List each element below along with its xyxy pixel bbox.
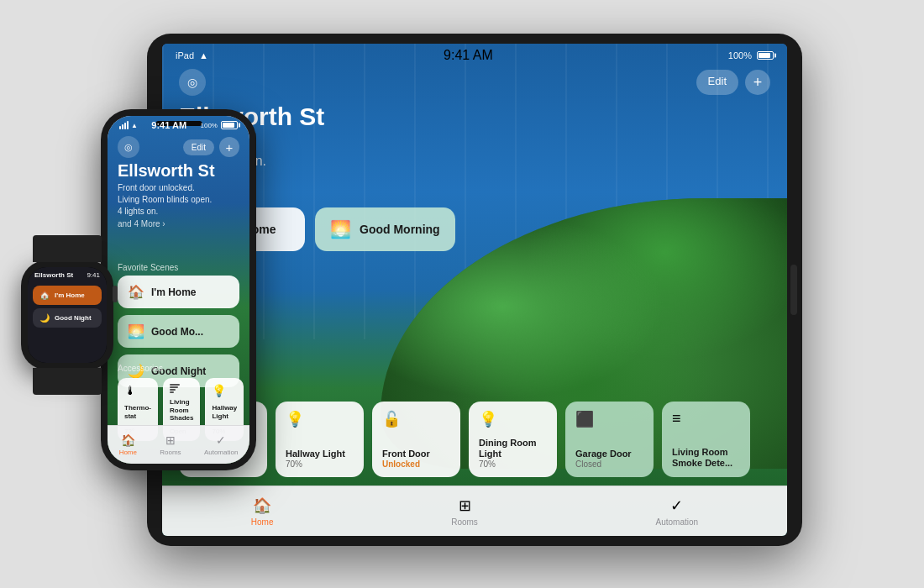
phone-battery-fill — [223, 123, 234, 128]
watch-status-bar: Ellsworth St 9:41 — [28, 267, 107, 282]
dining-light-name: Dining Room Light — [479, 438, 547, 459]
accessory-hallway-light[interactable]: 💡 Hallway Light 70% — [276, 402, 364, 477]
phone-edit-button[interactable]: Edit — [183, 139, 214, 155]
phone-battery-icon — [221, 121, 238, 129]
watch-device: Ellsworth St 9:41 🏠 I'm Home 🌙 Good Nigh… — [21, 260, 113, 370]
phone-home-title: Ellsworth St — [118, 161, 215, 181]
phone-tab-home[interactable]: 🏠 Home — [119, 433, 137, 456]
rooms-tab-label: Rooms — [451, 517, 478, 527]
rooms-tab-icon: ⊞ — [459, 496, 471, 515]
phone-battery-area: 100% — [201, 121, 238, 129]
watch-screen: Ellsworth St 9:41 🏠 I'm Home 🌙 Good Nigh… — [28, 267, 107, 363]
phone-shades-icon — [170, 384, 193, 393]
phone-status-text: Front door unlocked. Living Room blinds … — [118, 182, 215, 218]
watch-time: 9:41 — [87, 271, 100, 279]
phone-tab-automation[interactable]: ✓ Automation — [204, 433, 238, 456]
tab-rooms[interactable]: ⊞ Rooms — [434, 491, 495, 532]
tablet-status-right: 100% — [728, 50, 774, 60]
phone-nav: ◎ Edit + — [108, 136, 249, 158]
phone-rooms-tab-label: Rooms — [160, 449, 181, 456]
phone-accessories-label: Accessories — [118, 364, 239, 373]
accessory-garage-door[interactable]: ⬛ Garage Door Closed — [565, 402, 654, 477]
morning-scene-label: Good Morning — [360, 223, 440, 236]
watch-home-label: I'm Home — [55, 291, 85, 299]
phone-nav-right: Edit + — [183, 137, 239, 157]
hallway-light-status: 70% — [286, 459, 354, 469]
tablet-tab-bar: 🏠 Home ⊞ Rooms ✓ Automation — [162, 486, 787, 536]
phone-scenes-label: Favorite Scenes — [118, 263, 178, 272]
front-door-name: Front Door — [382, 449, 450, 459]
scene-tile-morning[interactable]: 🌅 Good Morning — [315, 207, 455, 251]
ipad-label: iPad — [176, 50, 194, 60]
tab-automation[interactable]: ✓ Automation — [639, 491, 716, 532]
automation-tab-label: Automation — [656, 517, 699, 527]
phone-tab-rooms[interactable]: ⊞ Rooms — [160, 433, 181, 456]
automation-tab-icon: ✓ — [670, 496, 683, 515]
battery-icon — [757, 51, 774, 60]
phone-morning-label: Good Mo... — [151, 326, 203, 338]
accessory-dining-room-light[interactable]: 💡 Dining Room Light 70% — [469, 402, 557, 477]
watch-scene-home[interactable]: 🏠 I'm Home — [33, 286, 102, 305]
phone-location-icon: ◎ — [124, 142, 133, 153]
phone-add-button[interactable]: + — [219, 137, 239, 157]
tablet-home-button[interactable] — [790, 265, 797, 315]
wifi-icon-phone: ▲ — [131, 122, 138, 129]
phone-scene-home[interactable]: 🏠 I'm Home — [118, 276, 239, 308]
scene-container: iPad ▲ 9:41 AM 100% ◎ Edit + — [0, 0, 924, 588]
watch-scene-night[interactable]: 🌙 Good Night — [33, 308, 102, 328]
wifi-icon: ▲ — [199, 50, 208, 60]
phone-scene-morning[interactable]: 🌅 Good Mo... — [118, 315, 239, 348]
phone-tab-bar: 🏠 Home ⊞ Rooms ✓ Automation — [108, 425, 249, 464]
garage-icon: ⬛ — [575, 410, 643, 428]
accessory-smoke-detector[interactable]: ≡ Living Room Smoke Dete... — [662, 402, 750, 477]
edit-button[interactable]: Edit — [696, 70, 738, 95]
phone-light-icon: 💡 — [212, 384, 237, 397]
thermostat-icon: 🌡 — [124, 384, 151, 397]
light-icon: 💡 — [286, 410, 354, 428]
phone-home-icon: 🏠 — [128, 284, 144, 300]
garage-door-name: Garage Door — [575, 449, 643, 459]
phone-time: 9:41 AM — [151, 120, 186, 130]
smoke-detector-name: Living Room Smoke Dete... — [672, 447, 740, 469]
watch-content: 🏠 I'm Home 🌙 Good Night — [28, 282, 107, 363]
watch-home-icon: 🏠 — [39, 291, 50, 300]
nav-right-buttons: Edit + — [696, 70, 770, 95]
watch-night-icon: 🌙 — [39, 313, 50, 323]
home-tab-icon: 🏠 — [253, 496, 271, 515]
location-button[interactable]: ◎ — [179, 69, 206, 96]
tablet-nav: ◎ Edit + — [162, 69, 787, 96]
phone-device: ▲ 9:41 AM 100% ◎ Edit + — [101, 109, 256, 470]
tablet-status-bar: iPad ▲ 9:41 AM 100% — [162, 44, 787, 67]
signal-bar — [119, 121, 129, 129]
accessory-front-door[interactable]: 🔓 Front Door Unlocked — [372, 402, 460, 477]
phone-location-button[interactable]: ◎ — [118, 136, 139, 158]
front-door-status: Unlocked — [382, 459, 450, 469]
phone-home-tab-label: Home — [119, 449, 137, 456]
phone-home-label: I'm Home — [151, 286, 197, 298]
watch-band-top — [33, 235, 102, 262]
thermostat-name: Thermo-stat — [124, 404, 151, 420]
home-tab-label: Home — [251, 517, 274, 527]
phone-battery-percent: 100% — [201, 122, 218, 129]
phone-screen: ▲ 9:41 AM 100% ◎ Edit + — [108, 116, 249, 464]
phone-status-bar: ▲ 9:41 AM 100% — [108, 116, 249, 134]
garage-door-status: Closed — [575, 459, 643, 469]
phone-signal: ▲ — [119, 121, 138, 129]
phone-light-name: Hallway Light — [212, 404, 237, 420]
add-button[interactable]: + — [745, 70, 770, 95]
phone-shades-name: Living Room Shades — [170, 398, 193, 423]
smoke-icon: ≡ — [672, 410, 740, 428]
tab-home[interactable]: 🏠 Home — [234, 491, 291, 532]
door-icon: 🔓 — [382, 410, 450, 428]
watch-location-title: Ellsworth St — [34, 271, 73, 279]
battery-fill — [759, 53, 770, 58]
dining-light-status: 70% — [479, 459, 547, 469]
more-link[interactable]: and 4 More › — [118, 219, 215, 228]
phone-morning-icon: 🌅 — [128, 323, 144, 339]
phone-automation-tab-label: Automation — [204, 449, 238, 456]
location-icon: ◎ — [187, 76, 197, 89]
phone-automation-tab-icon: ✓ — [216, 433, 226, 447]
hallway-light-name: Hallway Light — [286, 449, 354, 459]
tablet-status-left: iPad ▲ — [176, 50, 208, 60]
tablet-battery: 100% — [728, 50, 752, 60]
